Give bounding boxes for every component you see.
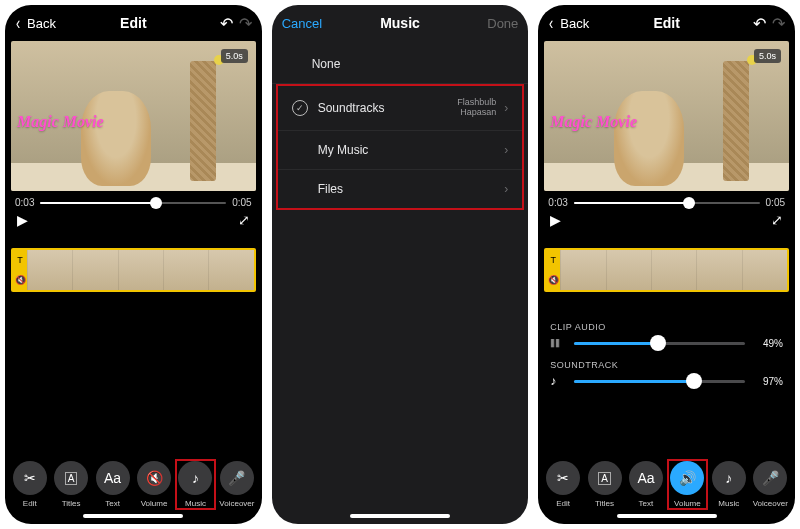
play-button[interactable]: ▶ — [17, 212, 28, 228]
checkmark-icon: ✓ — [292, 100, 308, 116]
tool-text[interactable]: AaText — [94, 461, 131, 508]
duration-badge: 5.0s — [221, 49, 248, 63]
tool-text[interactable]: AaText — [627, 461, 664, 508]
scrubber[interactable]: 0:03 0:05 — [5, 191, 262, 210]
undo-button[interactable]: ↶ — [220, 14, 233, 33]
row-none[interactable]: None — [272, 45, 529, 84]
row-label: My Music — [318, 143, 369, 157]
time-total: 0:05 — [766, 197, 785, 208]
page-title: Edit — [120, 15, 146, 31]
chevron-right-icon: › — [504, 182, 508, 196]
slider-knob[interactable] — [686, 373, 702, 389]
row-label: Soundtracks — [318, 101, 385, 115]
row-label: Files — [318, 182, 343, 196]
done-button: Done — [487, 16, 518, 31]
tool-volume[interactable]: 🔊Volume — [669, 461, 706, 508]
home-indicator[interactable] — [83, 514, 183, 518]
video-preview[interactable]: 5.0s Magic Movie — [11, 41, 256, 191]
clip-audio-label: CLIP AUDIO — [550, 322, 783, 332]
phone-music-picker: Cancel Music Done None ✓ Soundtracks Fla… — [272, 5, 529, 524]
tool-row: ✂Edit ATitles AaText 🔇Volume ♪Music 🎤Voi… — [5, 455, 262, 510]
navbar: ‹ Back Edit ↶ ↷ — [538, 5, 795, 41]
scrub-track[interactable] — [40, 202, 226, 204]
microphone-icon: 🎤 — [228, 470, 245, 486]
timeline[interactable]: T🔇 — [544, 248, 789, 292]
tool-voiceover[interactable]: 🎤Voiceover — [752, 461, 789, 508]
waveform-icon: ⦀⦀ — [550, 336, 566, 350]
titles-icon: A — [598, 472, 611, 485]
tool-edit[interactable]: ✂Edit — [544, 461, 581, 508]
speaker-icon: 🔊 — [679, 470, 696, 486]
title-overlay: Magic Movie — [550, 113, 637, 131]
tool-music[interactable]: ♪Music — [177, 461, 214, 508]
back-button[interactable]: ‹ Back — [15, 14, 77, 32]
play-button[interactable]: ▶ — [550, 212, 561, 228]
fullscreen-button[interactable]: ⤢ — [238, 212, 250, 228]
scrub-knob[interactable] — [150, 197, 162, 209]
navbar: ‹ Back Edit ↶ ↷ — [5, 5, 262, 41]
soundtrack-label: SOUNDTRACK — [550, 360, 783, 370]
title-overlay: Magic Movie — [17, 113, 104, 131]
row-my-music[interactable]: My Music › — [278, 131, 523, 170]
timeline[interactable]: T🔇 — [11, 248, 256, 292]
row-subtitle: Flashbulb Hapasan — [457, 98, 496, 118]
music-note-icon: ♪ — [192, 470, 199, 486]
phone-edit-volume: ‹ Back Edit ↶ ↷ 5.0s Magic Movie 0:03 0:… — [538, 5, 795, 524]
video-preview[interactable]: 5.0s Magic Movie — [544, 41, 789, 191]
phone-edit-music: ‹ Back Edit ↶ ↷ 5.0s Magic Movie 0:03 0:… — [5, 5, 262, 524]
scissors-icon: ✂ — [24, 470, 36, 486]
scissors-icon: ✂ — [557, 470, 569, 486]
tool-music[interactable]: ♪Music — [710, 461, 747, 508]
text-icon: Aa — [637, 470, 654, 486]
time-total: 0:05 — [232, 197, 251, 208]
row-files[interactable]: Files › — [278, 170, 523, 208]
tool-titles[interactable]: ATitles — [52, 461, 89, 508]
chevron-left-icon: ‹ — [16, 14, 20, 32]
chevron-right-icon: › — [504, 143, 508, 157]
scrubber[interactable]: 0:03 0:05 — [538, 191, 795, 210]
page-title: Edit — [653, 15, 679, 31]
slider-knob[interactable] — [650, 335, 666, 351]
mute-icon: 🔇 — [146, 470, 163, 486]
tool-row: ✂Edit ATitles AaText 🔊Volume ♪Music 🎤Voi… — [538, 455, 795, 510]
duration-badge: 5.0s — [754, 49, 781, 63]
clip-handles[interactable]: T🔇 — [13, 250, 27, 290]
tool-edit[interactable]: ✂Edit — [11, 461, 48, 508]
back-label: Back — [27, 16, 56, 31]
clip-handles[interactable]: T🔇 — [546, 250, 560, 290]
chevron-left-icon: ‹ — [549, 14, 553, 32]
back-label: Back — [560, 16, 589, 31]
microphone-icon: 🎤 — [762, 470, 779, 486]
undo-button[interactable]: ↶ — [753, 14, 766, 33]
scrub-knob[interactable] — [683, 197, 695, 209]
navbar: Cancel Music Done — [272, 5, 529, 41]
row-soundtracks[interactable]: ✓ Soundtracks Flashbulb Hapasan › — [278, 86, 523, 131]
time-current: 0:03 — [548, 197, 567, 208]
cancel-button[interactable]: Cancel — [282, 16, 322, 31]
soundtrack-slider[interactable]: ♪ 97% — [550, 374, 783, 388]
home-indicator[interactable] — [350, 514, 450, 518]
redo-button[interactable]: ↷ — [239, 14, 252, 33]
titles-icon: A — [65, 472, 78, 485]
page-title: Music — [380, 15, 420, 31]
music-note-icon: ♪ — [725, 470, 732, 486]
back-button[interactable]: ‹ Back — [548, 14, 610, 32]
row-label: None — [312, 57, 341, 71]
tool-volume[interactable]: 🔇Volume — [135, 461, 172, 508]
tool-voiceover[interactable]: 🎤Voiceover — [218, 461, 255, 508]
tool-titles[interactable]: ATitles — [586, 461, 623, 508]
text-icon: Aa — [104, 470, 121, 486]
fullscreen-button[interactable]: ⤢ — [771, 212, 783, 228]
clip-audio-value: 49% — [753, 338, 783, 349]
time-current: 0:03 — [15, 197, 34, 208]
volume-panel: CLIP AUDIO ⦀⦀ 49% SOUNDTRACK ♪ 97% — [538, 312, 795, 388]
home-indicator[interactable] — [617, 514, 717, 518]
redo-button[interactable]: ↷ — [772, 14, 785, 33]
music-note-icon: ♪ — [550, 374, 566, 388]
chevron-right-icon: › — [504, 101, 508, 115]
highlighted-group: ✓ Soundtracks Flashbulb Hapasan › My Mus… — [276, 84, 525, 210]
soundtrack-value: 97% — [753, 376, 783, 387]
music-list: None ✓ Soundtracks Flashbulb Hapasan › M… — [272, 45, 529, 210]
scrub-track[interactable] — [574, 202, 760, 204]
clip-audio-slider[interactable]: ⦀⦀ 49% — [550, 336, 783, 350]
